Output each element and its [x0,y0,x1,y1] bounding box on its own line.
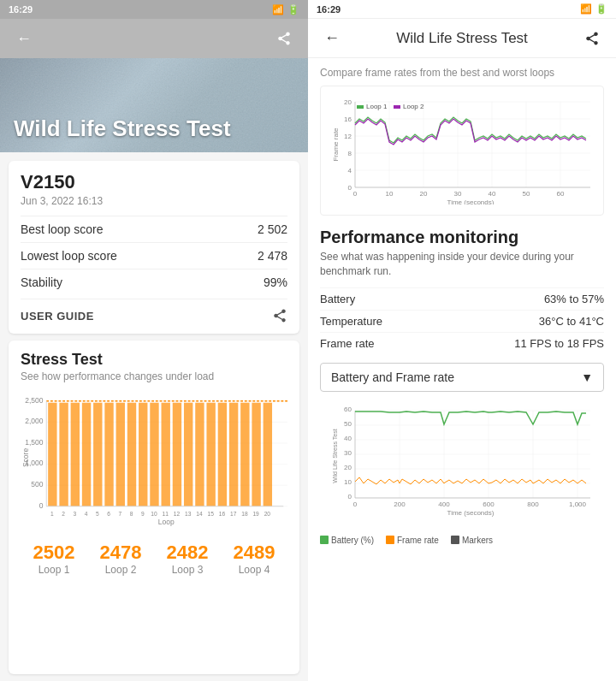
battery-row: Battery 63% to 57% [320,287,604,310]
right-panel: 16:29 📶 🔋 ← Wild Life Stress Test Compar… [308,0,616,681]
svg-text:10: 10 [344,478,352,486]
svg-rect-13 [48,403,56,506]
svg-rect-86 [357,105,364,109]
loop1-label: Loop 1 [33,564,75,576]
svg-text:60: 60 [557,190,565,198]
battery-value: 63% to 57% [544,293,604,305]
battery-legend-label: Battery (%) [331,536,374,545]
svg-text:0: 0 [353,190,358,198]
best-loop-value: 2 502 [258,222,287,236]
stress-test-subtitle: See how performance changes under load [21,370,287,382]
right-back-button[interactable]: ← [320,27,344,50]
svg-text:8: 8 [348,150,352,157]
compare-subtitle: Compare frame rates from the best and wo… [320,67,604,79]
svg-rect-88 [394,105,400,109]
svg-text:2,500: 2,500 [25,396,44,405]
svg-rect-19 [116,403,125,506]
svg-text:8: 8 [130,511,133,517]
left-share-button[interactable] [272,27,296,50]
svg-rect-16 [82,403,91,506]
svg-text:Score: Score [21,448,30,467]
svg-text:800: 800 [527,500,539,508]
svg-text:40: 40 [344,435,352,442]
framerate-legend-label: Frame rate [397,536,439,545]
battery-label: Battery [320,293,355,305]
loop2-value: 2478 [100,542,142,564]
svg-rect-20 [127,403,136,506]
battery-legend: Battery (%) [320,536,374,545]
svg-rect-15 [71,403,80,506]
svg-rect-32 [264,403,272,506]
loop3-score: 2482 Loop 3 [167,542,209,576]
lowest-loop-row: Lowest loop score 2 478 [21,242,287,269]
line-chart: 20 16 12 8 4 0 0 10 20 30 40 50 60 Time … [328,93,596,204]
temperature-label: Temperature [320,315,382,328]
svg-text:0: 0 [348,493,352,500]
svg-text:Time (seconds): Time (seconds) [447,198,495,204]
loop4-score: 2489 Loop 4 [234,542,275,576]
svg-text:12: 12 [174,511,181,517]
svg-text:Loop 1: Loop 1 [366,103,388,110]
svg-text:0: 0 [39,501,44,510]
perf-section: Performance monitoring See what was happ… [320,228,604,354]
svg-text:16: 16 [344,115,352,123]
loop1-score: 2502 Loop 1 [33,542,75,576]
info-card: V2150 Jun 3, 2022 16:13 Best loop score … [9,161,299,334]
svg-text:13: 13 [185,511,192,517]
svg-rect-22 [150,403,158,506]
right-status-icons: 📶 🔋 [580,3,607,15]
stress-chart: 2,500 2,000 1,500 1,000 500 0 [21,389,287,526]
svg-rect-28 [218,403,227,506]
svg-text:50: 50 [344,420,352,428]
markers-legend: Markers [451,536,493,545]
battery-framerate-dropdown[interactable]: Battery and Frame rate ▼ [320,363,604,392]
right-content: Compare frame rates from the best and wo… [308,58,616,681]
svg-text:4: 4 [85,511,88,517]
framerate-legend-dot [386,536,394,544]
svg-rect-14 [59,403,68,506]
svg-text:1: 1 [50,511,54,517]
temperature-value: 36°C to 41°C [539,315,604,328]
svg-text:30: 30 [454,190,462,198]
svg-rect-27 [206,403,215,506]
dropdown-label: Battery and Frame rate [331,370,454,384]
svg-text:10: 10 [151,511,157,517]
hero-area: Wild Life Stress Test [0,58,308,152]
lowest-loop-label: Lowest loop score [21,249,117,263]
user-guide-row[interactable]: USER GUIDE [21,299,287,323]
svg-text:40: 40 [489,190,496,198]
right-battery-icon: 🔋 [595,3,607,15]
svg-text:Frame rate: Frame rate [332,127,340,162]
hero-title: Wild Life Stress Test [14,115,231,142]
loop4-label: Loop 4 [234,564,275,576]
svg-rect-30 [240,403,249,506]
loop3-value: 2482 [167,542,209,564]
framerate-legend: Frame rate [386,536,439,545]
framerate-label: Frame rate [320,337,375,350]
framerate-value: 11 FPS to 18 FPS [514,337,604,350]
right-time: 16:29 [317,4,341,15]
left-back-button[interactable]: ← [12,27,36,50]
temperature-row: Temperature 36°C to 41°C [320,310,604,332]
svg-text:7: 7 [118,511,121,517]
bottom-chart-legend: Battery (%) Frame rate Markers [320,536,604,545]
svg-rect-31 [252,403,260,506]
right-share-button[interactable] [580,27,604,50]
svg-rect-21 [139,403,147,506]
device-name: V2150 [21,171,287,193]
wifi-icon: 📶 [272,4,284,15]
svg-text:11: 11 [163,511,169,517]
best-loop-row: Best loop score 2 502 [21,216,287,242]
svg-text:10: 10 [386,190,394,198]
left-status-bar: 16:29 📶 🔋 [0,0,308,19]
svg-text:5: 5 [96,511,99,517]
user-guide-label: USER GUIDE [21,310,94,323]
svg-text:12: 12 [344,133,352,140]
svg-rect-18 [104,403,113,506]
svg-text:Loop 2: Loop 2 [403,103,424,110]
svg-text:18: 18 [241,511,248,517]
svg-rect-17 [93,403,102,506]
svg-rect-23 [162,403,170,506]
battery-icon: 🔋 [287,4,299,15]
svg-text:9: 9 [141,511,145,517]
